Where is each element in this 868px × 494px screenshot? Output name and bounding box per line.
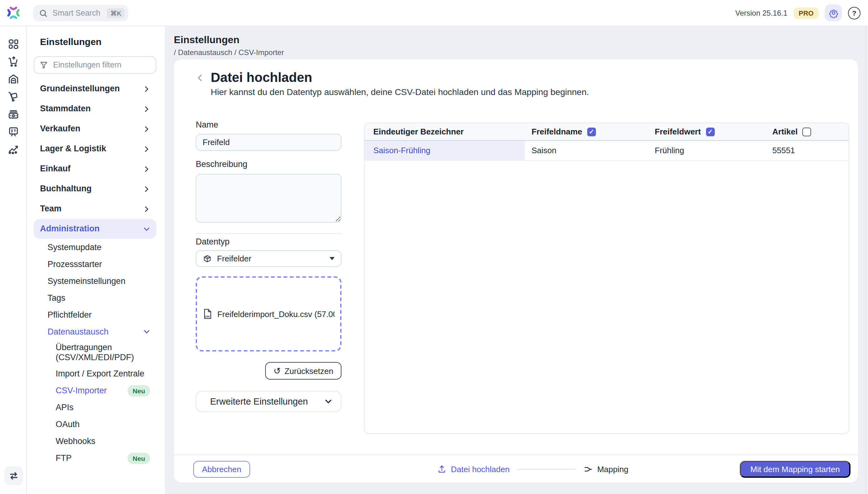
step-connector-line <box>517 469 576 470</box>
sidebar-menu: Grundeinstellungen Stammdaten Verkaufen … <box>34 79 156 467</box>
sidebar-item-tags[interactable]: Tags <box>34 289 156 306</box>
step-mapping[interactable]: Mapping <box>583 464 629 474</box>
upload-card: Datei hochladen Hier kannst du den Daten… <box>174 59 858 483</box>
dashboard-icon[interactable] <box>4 35 22 53</box>
freifeldwert-checkbox[interactable]: ✓ <box>706 127 714 136</box>
analytics-trend-icon[interactable] <box>4 140 22 157</box>
csv-preview-table: Eindeutiger Bezeichner Freifeldname ✓ Fr… <box>364 122 849 434</box>
sidebar-item-apis[interactable]: APIs <box>34 399 156 416</box>
module-icon-rail <box>0 26 27 494</box>
card-subtitle: Hier kannst du den Datentyp auswählen, d… <box>211 87 858 97</box>
logistics-trolley-icon[interactable] <box>4 88 22 105</box>
sidebar-item-team[interactable]: Team <box>34 199 156 219</box>
scrollbar-track[interactable] <box>866 26 866 494</box>
chevron-right-icon <box>143 205 150 212</box>
chevron-down-icon <box>325 398 332 405</box>
filter-funnel-icon <box>39 61 48 70</box>
form-divider <box>196 233 342 234</box>
svg-text:csv: csv <box>205 315 210 318</box>
artikel-checkbox[interactable] <box>803 127 811 136</box>
chevron-down-icon <box>143 328 150 335</box>
version-label: Version 25.16.1 <box>735 8 788 17</box>
sidebar-filter-placeholder: Einstellungen filtern <box>53 61 121 70</box>
sidebar-item-uebertragungen[interactable]: Übertragungen (CSV/XML/EDI/PDF) <box>34 340 156 365</box>
description-label: Beschreibung <box>196 159 342 169</box>
uploaded-file-name: Freifelderimport_Doku.csv (57.00 Byte... <box>217 309 334 319</box>
sidebar-item-systemeinstellungen[interactable]: Systemeinstellungen <box>34 273 156 289</box>
swap-arrows-icon <box>9 472 19 480</box>
back-button[interactable] <box>193 71 206 84</box>
sidebar-item-pflichtfelder[interactable]: Pflichtfelder <box>34 306 156 323</box>
xentral-logo-icon[interactable] <box>6 5 21 21</box>
smart-search-input[interactable]: Smart Search ⌘K <box>33 5 128 21</box>
mapping-icon <box>583 464 593 474</box>
check-icon: ✓ <box>589 128 594 135</box>
select-caret-icon <box>330 257 334 260</box>
package-icon <box>202 254 212 263</box>
sidebar-item-prozessstarter[interactable]: Prozessstarter <box>34 256 156 273</box>
datatype-label: Datentyp <box>196 236 342 247</box>
upload-form: Name Beschreibung Datentyp Freifelder <box>196 119 342 412</box>
sidebar-title: Einstellungen <box>40 36 156 48</box>
table-header-row: Eindeutiger Bezeichner Freifeldname ✓ Fr… <box>365 123 849 141</box>
upload-icon <box>437 464 446 474</box>
search-placeholder: Smart Search <box>53 9 107 18</box>
sidebar-item-einkauf[interactable]: Einkauf <box>34 159 156 179</box>
wizard-footer: Abbrechen Datei hochladen Mappin <box>174 455 858 483</box>
warehouse-icon[interactable] <box>4 70 22 88</box>
sidebar-item-grundeinstellungen[interactable]: Grundeinstellungen <box>34 79 156 99</box>
settings-sidebar: Einstellungen Einstellungen filtern Grun… <box>26 26 166 494</box>
sidebar-item-datenaustausch[interactable]: Datenaustausch <box>34 323 156 340</box>
help-button[interactable]: ? <box>848 6 861 19</box>
settings-gear-button[interactable] <box>825 4 842 21</box>
column-header-freifeldname: Freifeldname ✓ <box>525 127 648 136</box>
cell-freifeldwert: Frühling <box>648 141 766 160</box>
cell-eindeutiger-bezeichner: Saison-Frühling <box>365 141 525 160</box>
sidebar-item-systemupdate[interactable]: Systemupdate <box>34 239 156 256</box>
reset-button[interactable]: ↺ Zurücksetzen <box>265 362 342 380</box>
sidebar-item-csv-importer[interactable]: CSV-Importer Neu <box>34 382 156 399</box>
column-header-freifeldwert: Freifeldwert ✓ <box>648 127 766 136</box>
app-window: Smart Search ⌘K Version 25.16.1 PRO ? <box>0 0 868 494</box>
pro-badge: PRO <box>794 7 818 18</box>
table-row[interactable]: Saison-Frühling Saison Frühling 55551 <box>365 141 849 161</box>
finance-cash-icon[interactable] <box>4 105 22 122</box>
sidebar-item-ftp[interactable]: FTP Neu <box>34 450 156 467</box>
advanced-settings-accordion[interactable]: Erweiterte Einstellungen <box>196 391 342 412</box>
column-header-artikel: Artikel <box>766 127 849 136</box>
check-icon: ✓ <box>708 128 713 135</box>
cell-freifeldname: Saison <box>525 141 648 160</box>
description-textarea[interactable] <box>196 174 342 223</box>
datatype-select[interactable]: Freifelder <box>196 250 342 267</box>
search-icon <box>39 9 47 17</box>
file-dropzone[interactable]: csv Freifelderimport_Doku.csv (57.00 Byt… <box>196 277 342 352</box>
sidebar-item-lager-logistik[interactable]: Lager & Logistik <box>34 139 156 159</box>
cell-artikel: 55551 <box>766 141 849 160</box>
name-label: Name <box>196 119 342 130</box>
sidebar-item-administration[interactable]: Administration <box>34 219 156 239</box>
switch-apps-button[interactable] <box>4 467 23 485</box>
chevron-right-icon <box>143 106 150 112</box>
chevron-down-icon <box>143 225 150 232</box>
sidebar-item-verkaufen[interactable]: Verkaufen <box>34 119 156 139</box>
sidebar-item-stammdaten[interactable]: Stammdaten <box>34 99 156 119</box>
gear-icon <box>828 8 838 18</box>
sidebar-item-buchhaltung[interactable]: Buchhaltung <box>34 179 156 199</box>
step-datei-hochladen[interactable]: Datei hochladen <box>437 464 510 474</box>
kanban-board-icon[interactable] <box>4 122 22 140</box>
sidebar-item-webhooks[interactable]: Webhooks <box>34 433 156 450</box>
chevron-right-icon <box>143 165 150 172</box>
sidebar-item-import-export-zentrale[interactable]: Import / Export Zentrale <box>34 365 156 382</box>
name-input[interactable] <box>196 134 342 151</box>
sidebar-item-oauth[interactable]: OAuth <box>34 416 156 433</box>
column-header-eindeutiger-bezeichner: Eindeutiger Bezeichner <box>365 127 525 136</box>
start-mapping-button[interactable]: Mit dem Mapping starten <box>740 460 850 477</box>
freifeldname-checkbox[interactable]: ✓ <box>587 127 596 136</box>
neu-badge: Neu <box>128 452 150 464</box>
cancel-button[interactable]: Abbrechen <box>193 460 250 477</box>
card-title: Datei hochladen <box>211 70 312 85</box>
sidebar-filter-input[interactable]: Einstellungen filtern <box>34 56 156 74</box>
chevron-left-icon <box>195 74 204 82</box>
sales-cart-icon[interactable] <box>4 53 22 70</box>
question-mark-icon: ? <box>852 9 856 17</box>
